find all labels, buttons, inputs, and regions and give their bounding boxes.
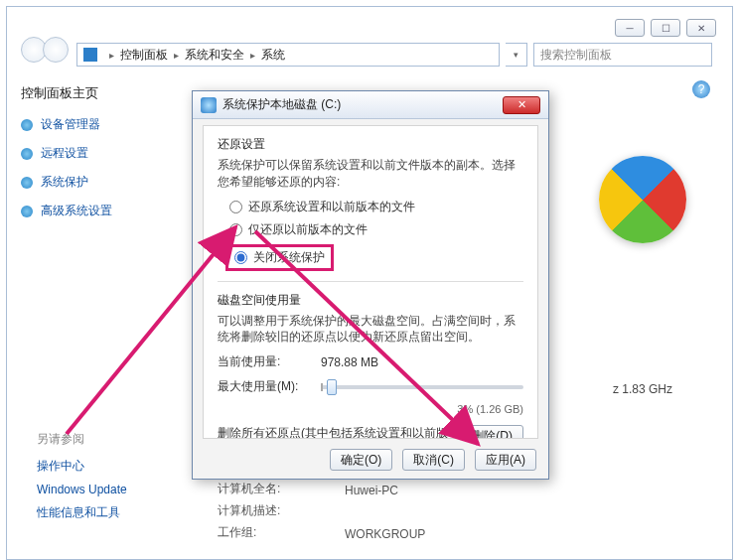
shield-icon <box>21 206 33 217</box>
sidebar-item-device-manager[interactable]: 设备管理器 <box>21 116 180 133</box>
workgroup-label: 工作组: <box>218 524 337 541</box>
search-input[interactable]: 搜索控制面板 <box>533 43 712 67</box>
nav-back-forward[interactable] <box>21 37 65 63</box>
dialog-close-button[interactable]: ✕ <box>503 96 540 114</box>
sidebar-item-label: 系统保护 <box>41 174 88 191</box>
disk-group-title: 磁盘空间使用量 <box>218 292 523 309</box>
radio-label: 关闭系统保护 <box>253 249 325 266</box>
sidebar-item-system-protection[interactable]: 系统保护 <box>21 174 180 191</box>
breadcrumb-root[interactable]: 控制面板 <box>120 47 168 64</box>
breadcrumb-l3[interactable]: 系统 <box>261 47 285 64</box>
computer-name-label: 计算机全名: <box>218 481 337 497</box>
control-panel-icon <box>83 48 97 62</box>
minimize-button[interactable]: ─ <box>615 19 645 37</box>
cancel-button[interactable]: 取消(C) <box>402 449 465 471</box>
see-also-action-center[interactable]: 操作中心 <box>37 458 186 475</box>
radio-restore-files[interactable]: 仅还原以前版本的文件 <box>229 221 523 238</box>
radio-label: 仅还原以前版本的文件 <box>248 221 368 238</box>
sidebar-item-remote[interactable]: 远程设置 <box>21 145 180 162</box>
breadcrumb-l2[interactable]: 系统和安全 <box>185 47 244 64</box>
sidebar-item-label: 高级系统设置 <box>41 203 112 219</box>
system-protection-dialog: 系统保护本地磁盘 (C:) ✕ 还原设置 系统保护可以保留系统设置和以前文件版本… <box>192 90 549 480</box>
shield-icon <box>21 177 33 189</box>
radio-restore-all[interactable]: 还原系统设置和以前版本的文件 <box>229 199 523 215</box>
shield-icon <box>21 119 33 131</box>
current-usage-label: 当前使用量: <box>218 353 305 370</box>
workgroup-value: WORKGROUP <box>345 527 425 541</box>
breadcrumb-dropdown[interactable]: ▾ <box>506 43 527 67</box>
computer-desc-label: 计算机描述: <box>218 502 337 519</box>
apply-button[interactable]: 应用(A) <box>475 449 536 471</box>
maximize-button[interactable]: ☐ <box>651 19 680 37</box>
sidebar-item-advanced[interactable]: 高级系统设置 <box>21 203 180 219</box>
sidebar-title: 控制面板主页 <box>21 84 180 102</box>
max-usage-label: 最大使用量(M): <box>218 378 305 395</box>
see-also-performance[interactable]: 性能信息和工具 <box>37 504 186 521</box>
breadcrumb[interactable]: ▸ 控制面板 ▸ 系统和安全 ▸ 系统 <box>76 43 500 67</box>
delete-button[interactable]: 删除(D) <box>461 425 523 439</box>
windows-logo-icon <box>599 156 686 243</box>
shield-icon <box>21 148 33 160</box>
radio-turn-off[interactable]: 关闭系统保护 <box>234 249 325 266</box>
ok-button[interactable]: 确定(O) <box>330 449 392 471</box>
help-icon[interactable]: ? <box>692 80 710 98</box>
radio-label: 还原系统设置和以前版本的文件 <box>248 199 415 215</box>
highlight-box: 关闭系统保护 <box>225 244 334 271</box>
cpu-ghz: z 1.83 GHz <box>593 382 692 396</box>
restore-group-title: 还原设置 <box>218 136 523 153</box>
see-also-windows-update[interactable]: Windows Update <box>37 483 186 496</box>
computer-name-value: Huwei-PC <box>345 484 398 497</box>
dialog-title: 系统保护本地磁盘 (C:) <box>222 96 341 113</box>
dialog-icon <box>201 97 217 113</box>
max-usage-slider[interactable] <box>321 385 523 389</box>
system-window: ─ ☐ ✕ ▸ 控制面板 ▸ 系统和安全 ▸ 系统 ▾ 搜索控制面板 ? 控制面… <box>6 6 733 560</box>
see-also-title: 另请参阅 <box>37 431 186 448</box>
usage-percent: 3% (1.26 GB) <box>218 403 523 415</box>
sidebar-item-label: 设备管理器 <box>41 116 100 133</box>
delete-desc: 删除所有还原点(其中包括系统设置和以前版本的文件)。 <box>218 425 451 439</box>
sidebar-item-label: 远程设置 <box>41 145 88 162</box>
restore-group-desc: 系统保护可以保留系统设置和以前文件版本的副本。选择您希望能够还原的内容: <box>218 157 523 191</box>
close-button[interactable]: ✕ <box>686 19 716 37</box>
disk-group-desc: 可以调整用于系统保护的最大磁盘空间。占满空间时，系统将删除较旧的还原点以便为新还… <box>218 313 523 347</box>
current-usage-value: 978.88 MB <box>321 355 378 369</box>
